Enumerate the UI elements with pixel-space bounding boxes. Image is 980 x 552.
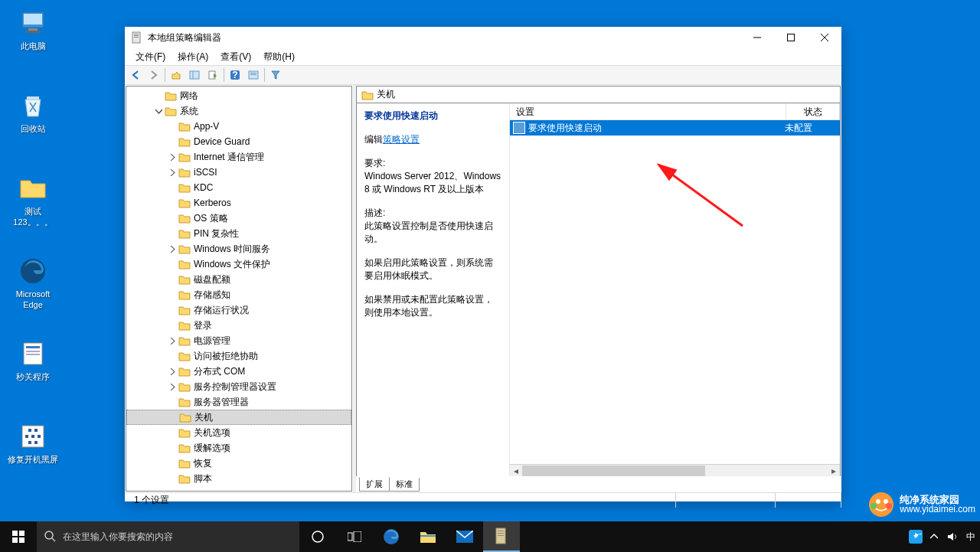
- tree-item[interactable]: 存储感知: [126, 287, 351, 302]
- tree-spacer: [168, 428, 177, 437]
- tree-spacer: [168, 413, 178, 422]
- tree-item[interactable]: Windows 时间服务: [126, 241, 351, 256]
- mail-icon: [456, 531, 473, 543]
- tree-item[interactable]: Device Guard: [126, 134, 351, 149]
- close-button[interactable]: [808, 27, 841, 48]
- svg-rect-48: [354, 531, 361, 542]
- tree-item[interactable]: 网络: [126, 88, 351, 103]
- desktop-icon-app[interactable]: 秒关程序: [6, 338, 60, 382]
- svg-rect-20: [134, 35, 139, 36]
- tree-item[interactable]: 系统: [126, 103, 351, 119]
- desktop-icon-recycle[interactable]: 回收站: [6, 90, 60, 134]
- tree-item-label: Windows 文件保护: [194, 258, 270, 271]
- tree-item-label: 服务控制管理器设置: [194, 381, 276, 394]
- desktop-icon-edge[interactable]: Microsoft Edge: [6, 256, 60, 310]
- tree-item[interactable]: OS 策略: [126, 211, 351, 226]
- pc-icon: [18, 8, 48, 38]
- tray-chevron-up-icon[interactable]: [925, 521, 943, 552]
- chevron-right-icon[interactable]: [168, 168, 177, 177]
- tab-standard[interactable]: 标准: [389, 478, 420, 492]
- tree-item[interactable]: 登录: [126, 318, 351, 333]
- tree-item[interactable]: 脚本: [126, 471, 351, 486]
- tree-item[interactable]: 缓解选项: [126, 440, 351, 456]
- tree-item[interactable]: iSCSI: [126, 165, 351, 180]
- tree-item[interactable]: 服务器管理器: [126, 394, 351, 410]
- status-cell-3: [776, 493, 841, 508]
- tree-item[interactable]: PIN 复杂性: [126, 226, 351, 241]
- tree-item[interactable]: 关机选项: [126, 425, 351, 440]
- tree-item[interactable]: Windows 文件保护: [126, 256, 351, 272]
- svg-point-44: [45, 531, 53, 539]
- horizontal-scrollbar[interactable]: ◂ ▸: [510, 464, 840, 476]
- svg-rect-19: [134, 34, 139, 34]
- chevron-right-icon[interactable]: [168, 382, 177, 391]
- filter-button[interactable]: [266, 67, 285, 83]
- gpedit-window: 本地组策略编辑器 文件(F) 操作(A) 查看(V) 帮助(H) ?: [125, 27, 841, 501]
- tray-twitter-icon[interactable]: [906, 521, 925, 552]
- tree-item[interactable]: Internet 通信管理: [126, 149, 351, 165]
- folder-icon: [178, 274, 191, 285]
- taskbar-mail[interactable]: [446, 521, 483, 552]
- svg-rect-12: [34, 429, 38, 432]
- chevron-down-icon[interactable]: [154, 106, 163, 116]
- tab-extended[interactable]: 扩展: [359, 477, 390, 492]
- desktop-icon-pc[interactable]: 此电脑: [6, 8, 60, 51]
- up-button[interactable]: [167, 67, 185, 83]
- start-button[interactable]: [0, 521, 37, 552]
- tree-item[interactable]: 访问被拒绝协助: [126, 348, 351, 364]
- tree-item[interactable]: 分布式 COM: [126, 364, 351, 379]
- column-status[interactable]: 状态: [786, 103, 840, 119]
- desktop-icon-folder[interactable]: 测试123。。。: [6, 173, 60, 227]
- tree-item[interactable]: Kerberos: [126, 195, 351, 211]
- properties-button[interactable]: [244, 67, 263, 83]
- tree-item[interactable]: 存储运行状况: [126, 302, 351, 318]
- search-box[interactable]: 在这里输入你要搜索的内容: [37, 521, 299, 552]
- policy-row[interactable]: 要求使用快速启动 未配置: [510, 120, 840, 136]
- desktop-icon-fix[interactable]: 修复开机黑屏: [6, 421, 60, 465]
- chevron-right-icon[interactable]: [168, 367, 177, 376]
- tray-volume-icon[interactable]: [943, 521, 962, 552]
- titlebar[interactable]: 本地组策略编辑器: [125, 27, 841, 48]
- tree-item[interactable]: 电源管理: [126, 333, 351, 348]
- cortana-button[interactable]: [299, 521, 336, 552]
- column-name[interactable]: 设置: [510, 103, 786, 119]
- chevron-right-icon[interactable]: [168, 336, 177, 345]
- show-hide-button[interactable]: [185, 67, 204, 83]
- edit-policy-link[interactable]: 策略设置: [383, 134, 420, 145]
- taskbar-gpedit[interactable]: [483, 521, 520, 552]
- svg-rect-17: [34, 441, 38, 444]
- svg-rect-42: [12, 537, 18, 543]
- menu-action[interactable]: 操作(A): [172, 49, 214, 65]
- svg-rect-14: [31, 435, 34, 438]
- tree-item[interactable]: 服务控制管理器设置: [126, 379, 351, 394]
- tree-item[interactable]: 磁盘配额: [126, 272, 351, 287]
- forward-button[interactable]: [145, 67, 163, 83]
- tray-ime[interactable]: 中: [962, 521, 980, 552]
- export-button[interactable]: [204, 67, 222, 83]
- tree-item-label: 存储运行状况: [194, 304, 249, 317]
- tree-item[interactable]: KDC: [126, 180, 351, 195]
- tree-item[interactable]: 恢复: [126, 456, 351, 471]
- menu-view[interactable]: 查看(V): [214, 49, 257, 65]
- tree-pane[interactable]: 网络系统App-VDevice GuardInternet 通信管理iSCSIK…: [126, 86, 352, 492]
- scroll-thumb[interactable]: [522, 465, 705, 476]
- minimize-button[interactable]: [740, 27, 774, 48]
- folder-icon: [178, 397, 191, 407]
- menu-file[interactable]: 文件(F): [129, 49, 172, 65]
- scroll-right-icon[interactable]: ▸: [828, 465, 840, 477]
- tree-item[interactable]: App-V: [126, 119, 351, 134]
- svg-rect-50: [420, 535, 436, 537]
- fix-icon: [18, 421, 48, 452]
- maximize-button[interactable]: [774, 27, 808, 48]
- watermark-url: www.yidaimei.com: [900, 505, 975, 514]
- back-button[interactable]: [126, 67, 145, 83]
- taskbar-explorer[interactable]: [410, 521, 446, 552]
- taskbar-edge[interactable]: [373, 521, 410, 552]
- help-button[interactable]: ?: [226, 67, 244, 83]
- chevron-right-icon[interactable]: [168, 152, 177, 162]
- chevron-right-icon[interactable]: [168, 244, 177, 253]
- scroll-left-icon[interactable]: ◂: [510, 465, 522, 477]
- tree-item[interactable]: 关机: [126, 410, 351, 425]
- taskview-button[interactable]: [336, 521, 373, 552]
- menu-help[interactable]: 帮助(H): [257, 49, 301, 65]
